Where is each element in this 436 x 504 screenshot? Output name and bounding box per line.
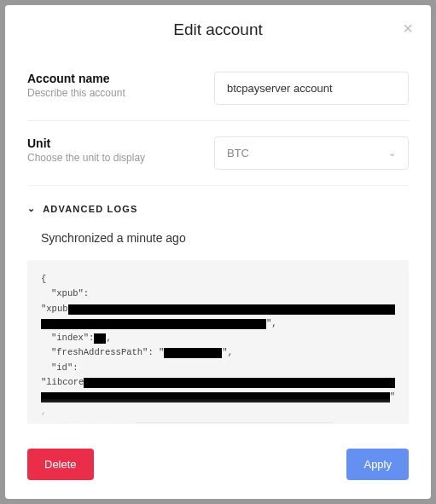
apply-button[interactable]: Apply <box>346 449 409 480</box>
log-line: "index": , <box>41 331 395 345</box>
modal-title: Edit account <box>22 20 414 39</box>
redacted-value <box>164 348 222 358</box>
redacted-value <box>68 304 395 315</box>
advanced-logs-section: ⌄ Advanced Logs Synchronized a minute ag… <box>27 203 409 424</box>
modal-header: Edit account × <box>5 5 431 51</box>
chevron-down-icon: ⌄ <box>27 203 36 214</box>
sync-status-label: Synchronized a minute ago <box>41 231 409 245</box>
log-line: "freshAddressPath": "", <box>41 345 395 359</box>
account-name-label-col: Account name Describe this account <box>27 72 214 99</box>
unit-label-col: Unit Choose the unit to display <box>27 136 214 164</box>
log-line: "id": <box>41 361 395 374</box>
chevron-down-icon: ⌄ <box>388 148 396 159</box>
unit-input-col: BTC ⌄ <box>214 136 409 170</box>
advanced-logs-toggle[interactable]: ⌄ Advanced Logs <box>27 203 409 214</box>
log-line: "xpub <box>41 302 395 316</box>
account-name-hint: Describe this account <box>27 87 214 99</box>
close-button[interactable]: × <box>400 20 416 36</box>
advanced-logs-title: Advanced Logs <box>43 204 137 214</box>
log-line: "xpub": <box>41 287 395 300</box>
account-name-label: Account name <box>27 72 214 85</box>
account-name-input[interactable] <box>214 72 409 105</box>
account-name-input-col <box>214 72 409 105</box>
delete-button[interactable]: Delete <box>27 449 94 480</box>
log-line: { <box>41 272 395 286</box>
redacted-value <box>84 378 395 388</box>
account-name-row: Account name Describe this account <box>27 56 409 121</box>
modal-body: Account name Describe this account Unit … <box>5 51 431 433</box>
log-output: { "xpub": "xpub ", "index": , "freshAddr… <box>27 260 409 424</box>
redacted-value <box>41 319 266 329</box>
redacted-value <box>94 333 106 344</box>
log-line: ", <box>41 316 395 330</box>
modal-footer: Delete Apply <box>5 433 431 499</box>
edit-account-modal: Edit account × Account name Describe thi… <box>5 5 431 499</box>
log-line: "libcore <box>41 375 395 389</box>
unit-label: Unit <box>27 136 214 150</box>
close-icon: × <box>403 19 413 38</box>
unit-hint: Choose the unit to display <box>27 152 214 164</box>
unit-row: Unit Choose the unit to display BTC ⌄ <box>27 121 409 186</box>
log-fade-overlay <box>27 398 409 424</box>
unit-select[interactable]: BTC ⌄ <box>214 136 409 170</box>
unit-select-value: BTC <box>227 147 249 159</box>
